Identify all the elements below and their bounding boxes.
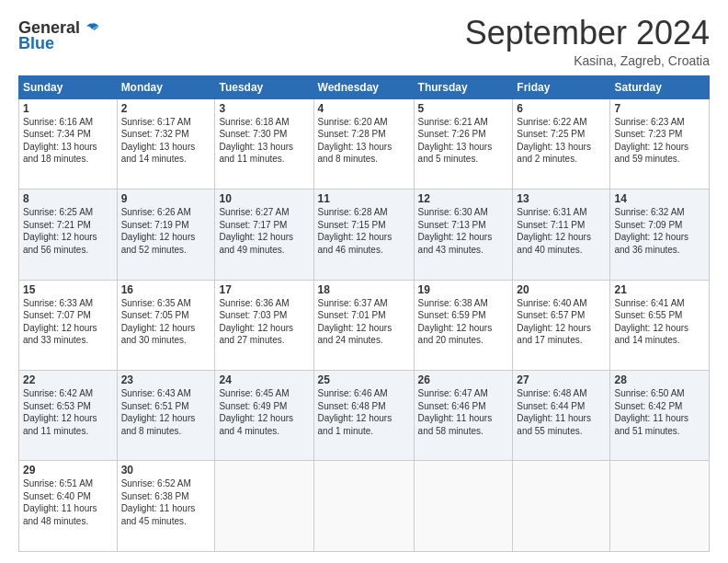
col-friday: Friday [513, 75, 610, 98]
table-row: 7Sunrise: 6:23 AMSunset: 7:23 PMDaylight… [610, 98, 710, 189]
day-number: 23 [121, 373, 211, 386]
day-info: Sunrise: 6:28 AMSunset: 7:15 PMDaylight:… [318, 206, 410, 256]
day-info: Sunrise: 6:20 AMSunset: 7:28 PMDaylight:… [318, 116, 410, 166]
table-row: 14Sunrise: 6:32 AMSunset: 7:09 PMDayligh… [610, 190, 710, 280]
table-row: 21Sunrise: 6:41 AMSunset: 6:55 PMDayligh… [610, 280, 710, 370]
day-info: Sunrise: 6:23 AMSunset: 7:23 PMDaylight:… [614, 116, 705, 166]
day-number: 28 [614, 373, 705, 386]
day-number: 14 [614, 192, 705, 205]
day-info: Sunrise: 6:45 AMSunset: 6:49 PMDaylight:… [219, 387, 309, 437]
table-row [610, 461, 710, 552]
day-info: Sunrise: 6:40 AMSunset: 6:57 PMDaylight:… [517, 297, 606, 347]
day-info: Sunrise: 6:36 AMSunset: 7:03 PMDaylight:… [219, 297, 309, 347]
day-number: 9 [121, 192, 211, 205]
day-info: Sunrise: 6:33 AMSunset: 7:07 PMDaylight:… [23, 297, 113, 347]
day-info: Sunrise: 6:16 AMSunset: 7:34 PMDaylight:… [23, 116, 113, 166]
col-sunday: Sunday [19, 75, 118, 98]
table-row: 2Sunrise: 6:17 AMSunset: 7:32 PMDaylight… [117, 98, 215, 189]
col-wednesday: Wednesday [313, 75, 414, 98]
logo-bird-icon [84, 20, 100, 37]
day-number: 20 [517, 283, 606, 296]
day-number: 8 [23, 192, 113, 205]
day-info: Sunrise: 6:42 AMSunset: 6:53 PMDaylight:… [23, 387, 113, 437]
calendar-week-1: 1Sunrise: 6:16 AMSunset: 7:34 PMDaylight… [19, 98, 710, 189]
day-number: 16 [121, 283, 211, 296]
day-info: Sunrise: 6:51 AMSunset: 6:40 PMDaylight:… [23, 477, 113, 527]
day-number: 6 [517, 102, 606, 115]
table-row: 3Sunrise: 6:18 AMSunset: 7:30 PMDaylight… [215, 98, 313, 189]
day-info: Sunrise: 6:22 AMSunset: 7:25 PMDaylight:… [517, 116, 606, 166]
day-info: Sunrise: 6:47 AMSunset: 6:46 PMDaylight:… [418, 387, 509, 437]
table-row: 24Sunrise: 6:45 AMSunset: 6:49 PMDayligh… [215, 371, 313, 461]
day-info: Sunrise: 6:41 AMSunset: 6:55 PMDaylight:… [614, 297, 705, 347]
table-row: 17Sunrise: 6:36 AMSunset: 7:03 PMDayligh… [215, 280, 313, 370]
table-row: 11Sunrise: 6:28 AMSunset: 7:15 PMDayligh… [313, 190, 414, 280]
table-row: 19Sunrise: 6:38 AMSunset: 6:59 PMDayligh… [414, 280, 513, 370]
col-thursday: Thursday [414, 75, 513, 98]
table-row: 27Sunrise: 6:48 AMSunset: 6:44 PMDayligh… [513, 371, 610, 461]
calendar-header-row: Sunday Monday Tuesday Wednesday Thursday… [19, 75, 710, 98]
table-row: 5Sunrise: 6:21 AMSunset: 7:26 PMDaylight… [414, 98, 513, 189]
table-row: 16Sunrise: 6:35 AMSunset: 7:05 PMDayligh… [117, 280, 215, 370]
day-number: 12 [418, 192, 509, 205]
day-number: 13 [517, 192, 606, 205]
table-row: 29Sunrise: 6:51 AMSunset: 6:40 PMDayligh… [19, 461, 118, 552]
day-number: 17 [219, 283, 309, 296]
day-info: Sunrise: 6:43 AMSunset: 6:51 PMDaylight:… [121, 387, 211, 437]
table-row: 6Sunrise: 6:22 AMSunset: 7:25 PMDaylight… [513, 98, 610, 189]
table-row: 22Sunrise: 6:42 AMSunset: 6:53 PMDayligh… [19, 371, 118, 461]
location: Kasina, Zagreb, Croatia [465, 53, 710, 68]
table-row: 25Sunrise: 6:46 AMSunset: 6:48 PMDayligh… [313, 371, 414, 461]
day-number: 22 [23, 373, 113, 386]
logo: General Blue [18, 18, 100, 53]
day-info: Sunrise: 6:46 AMSunset: 6:48 PMDaylight:… [318, 387, 410, 437]
day-number: 21 [614, 283, 705, 296]
col-tuesday: Tuesday [215, 75, 313, 98]
day-number: 29 [23, 464, 113, 477]
day-number: 10 [219, 192, 309, 205]
day-info: Sunrise: 6:27 AMSunset: 7:17 PMDaylight:… [219, 206, 309, 256]
day-number: 18 [318, 283, 410, 296]
day-number: 26 [418, 373, 509, 386]
month-title: September 2024 [465, 15, 710, 52]
day-number: 2 [121, 102, 211, 115]
table-row [513, 461, 610, 552]
table-row: 20Sunrise: 6:40 AMSunset: 6:57 PMDayligh… [513, 280, 610, 370]
day-number: 25 [318, 373, 410, 386]
day-number: 3 [219, 102, 309, 115]
day-info: Sunrise: 6:52 AMSunset: 6:38 PMDaylight:… [121, 477, 211, 527]
calendar-week-4: 22Sunrise: 6:42 AMSunset: 6:53 PMDayligh… [19, 371, 710, 461]
day-number: 24 [219, 373, 309, 386]
table-row: 10Sunrise: 6:27 AMSunset: 7:17 PMDayligh… [215, 190, 313, 280]
table-row: 8Sunrise: 6:25 AMSunset: 7:21 PMDaylight… [19, 190, 118, 280]
calendar-week-2: 8Sunrise: 6:25 AMSunset: 7:21 PMDaylight… [19, 190, 710, 280]
day-number: 4 [318, 102, 410, 115]
day-info: Sunrise: 6:48 AMSunset: 6:44 PMDaylight:… [517, 387, 606, 437]
table-row: 18Sunrise: 6:37 AMSunset: 7:01 PMDayligh… [313, 280, 414, 370]
table-row: 23Sunrise: 6:43 AMSunset: 6:51 PMDayligh… [117, 371, 215, 461]
table-row: 9Sunrise: 6:26 AMSunset: 7:19 PMDaylight… [117, 190, 215, 280]
table-row [414, 461, 513, 552]
table-row: 4Sunrise: 6:20 AMSunset: 7:28 PMDaylight… [313, 98, 414, 189]
day-number: 19 [418, 283, 509, 296]
page-header: General Blue September 2024 Kasina, Zagr… [18, 15, 710, 68]
table-row [313, 461, 414, 552]
day-number: 11 [318, 192, 410, 205]
day-info: Sunrise: 6:35 AMSunset: 7:05 PMDaylight:… [121, 297, 211, 347]
table-row: 26Sunrise: 6:47 AMSunset: 6:46 PMDayligh… [414, 371, 513, 461]
day-info: Sunrise: 6:32 AMSunset: 7:09 PMDaylight:… [614, 206, 705, 256]
calendar-week-5: 29Sunrise: 6:51 AMSunset: 6:40 PMDayligh… [19, 461, 710, 552]
title-block: September 2024 Kasina, Zagreb, Croatia [465, 15, 710, 68]
table-row: 12Sunrise: 6:30 AMSunset: 7:13 PMDayligh… [414, 190, 513, 280]
day-info: Sunrise: 6:17 AMSunset: 7:32 PMDaylight:… [121, 116, 211, 166]
day-info: Sunrise: 6:25 AMSunset: 7:21 PMDaylight:… [23, 206, 113, 256]
table-row [215, 461, 313, 552]
col-monday: Monday [117, 75, 215, 98]
day-number: 1 [23, 102, 113, 115]
table-row: 1Sunrise: 6:16 AMSunset: 7:34 PMDaylight… [19, 98, 118, 189]
table-row: 15Sunrise: 6:33 AMSunset: 7:07 PMDayligh… [19, 280, 118, 370]
calendar-table: Sunday Monday Tuesday Wednesday Thursday… [18, 75, 710, 552]
day-info: Sunrise: 6:31 AMSunset: 7:11 PMDaylight:… [517, 206, 606, 256]
day-info: Sunrise: 6:26 AMSunset: 7:19 PMDaylight:… [121, 206, 211, 256]
calendar-week-3: 15Sunrise: 6:33 AMSunset: 7:07 PMDayligh… [19, 280, 710, 370]
